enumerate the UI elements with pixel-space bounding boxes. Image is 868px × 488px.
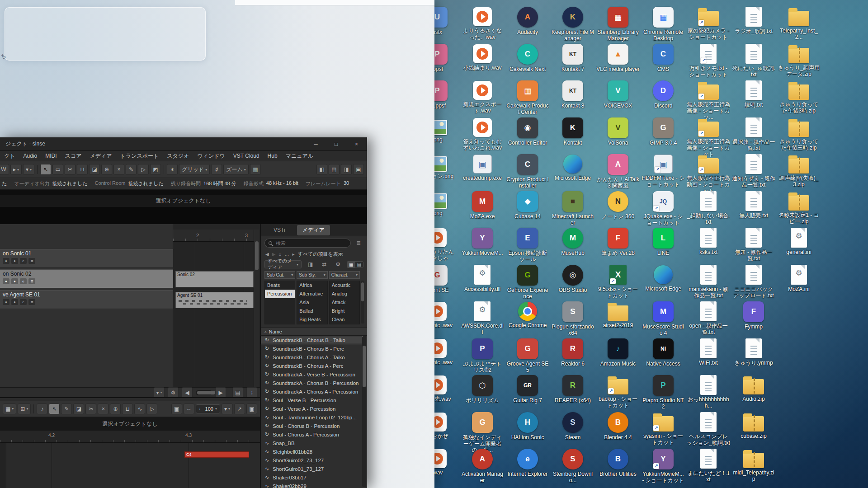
desktop-icon[interactable]: 新規エクスポート.wav bbox=[461, 80, 504, 114]
range-select-tool[interactable]: ▭ bbox=[52, 164, 63, 175]
desktop-icon[interactable]: まにたいたど！.txt bbox=[687, 448, 730, 483]
desktop-icon[interactable]: ◆Cubase 14 bbox=[506, 191, 549, 220]
filter-item[interactable]: Percussion bbox=[265, 290, 295, 298]
media-result-row[interactable]: ∿ShortGuiro01_73_127 bbox=[261, 465, 363, 473]
glue-tool[interactable]: ⊔ bbox=[122, 404, 133, 414]
menu-item[interactable]: Audio bbox=[19, 153, 42, 159]
mute-button[interactable]: ● bbox=[3, 278, 9, 284]
menu-item[interactable]: マニュアル bbox=[282, 152, 317, 160]
color-tool[interactable]: ◩ bbox=[150, 164, 161, 175]
history-dropdown[interactable]: ▾▾ bbox=[23, 164, 34, 175]
media-result-row[interactable]: ∿ShortGuiro02_73_127 bbox=[261, 456, 363, 465]
show-curves-button[interactable]: ⌢ bbox=[184, 404, 194, 414]
desktop-icon[interactable]: SPlogue sforzando x64 bbox=[551, 301, 594, 336]
desktop-icon[interactable]: WIFI.txt bbox=[687, 338, 730, 366]
draw-tool[interactable]: ✎ bbox=[61, 404, 72, 414]
scrollbar-thumb[interactable] bbox=[255, 241, 259, 270]
path-ellipsis[interactable]: … bbox=[284, 252, 289, 257]
desktop-icon[interactable]: ヘルスコンプレッション_歌詞.txt bbox=[687, 412, 730, 446]
desktop-icon[interactable]: manisekarin - 親作品一覧.txt bbox=[687, 264, 730, 299]
desktop-icon[interactable]: Telepathy_Inst_2... bbox=[777, 6, 821, 40]
attribute-dropdown[interactable]: Charact.▾ bbox=[329, 271, 360, 279]
desktop-icon[interactable]: LLINE bbox=[642, 227, 685, 256]
filter-item[interactable]: Acoustic bbox=[330, 281, 359, 290]
desktop-icon[interactable]: よりうるさくなった。wav bbox=[461, 6, 504, 40]
desktop-icon[interactable]: CCakewalk Next bbox=[506, 43, 549, 72]
desktop-icon[interactable]: KTKontakt 8 bbox=[551, 80, 594, 109]
desktop-icon[interactable]: おっhhhhhhhhhhh... bbox=[687, 375, 730, 409]
desktop-icon[interactable]: cubase.zip bbox=[732, 412, 775, 439]
desktop-icon[interactable]: createdump.exe bbox=[461, 154, 504, 181]
setup-toolbar-button[interactable]: ▣ bbox=[353, 164, 364, 175]
desktop-icon[interactable]: DDiscord bbox=[642, 80, 685, 109]
minimize-button[interactable]: ─ bbox=[306, 137, 326, 151]
desktop-icon[interactable]: ksks.txt bbox=[687, 227, 730, 255]
edit-channel-button[interactable]: e bbox=[20, 278, 27, 284]
play-tool[interactable]: ▷ bbox=[146, 404, 157, 414]
media-result-row[interactable]: ↻Soul - Verse A - Percussion bbox=[261, 404, 363, 413]
quantize-icon[interactable]: ♯ bbox=[211, 164, 222, 175]
meter-icon[interactable]: ≣ bbox=[28, 278, 35, 284]
scrollbar-thumb[interactable] bbox=[361, 282, 364, 301]
desktop-icon[interactable]: GGIMP 3.0.4 bbox=[642, 117, 685, 146]
results-scrollbar[interactable] bbox=[362, 336, 366, 487]
menu-item[interactable]: メディア bbox=[85, 152, 116, 160]
media-result-row[interactable]: ↻Soul - Chorus B - Percussion bbox=[261, 422, 363, 430]
length-quantize-stepper[interactable]: ♩100▾ bbox=[196, 404, 220, 413]
desktop-icon[interactable]: ↗無人販売不正行為動画 - ショートカット bbox=[687, 154, 730, 194]
desktop-icon[interactable]: 無題 - 親作品一覧.txt bbox=[732, 227, 775, 262]
media-result-row[interactable]: ↻Soul - Chorus A - Percussion bbox=[261, 430, 363, 439]
home-button[interactable]: ⌂ bbox=[278, 252, 281, 257]
lower-zone-toggle[interactable]: ▤ bbox=[329, 164, 340, 175]
desktop-icon[interactable]: ▲VLC media player bbox=[596, 43, 640, 72]
meter-icon[interactable]: ≣ bbox=[28, 258, 35, 264]
meter-icon[interactable]: ≣ bbox=[28, 299, 35, 305]
results-view-toggle[interactable]: ▦▤ bbox=[347, 261, 363, 268]
mute-tool[interactable]: × bbox=[113, 164, 124, 175]
desktop-icon[interactable]: SSteinberg Downlo... bbox=[551, 448, 594, 483]
desktop-icon[interactable]: general.ini bbox=[777, 227, 821, 255]
zoom-preset-dropdown[interactable]: ズーム▾ bbox=[223, 164, 249, 175]
desktop-icon[interactable]: AAudacity bbox=[506, 6, 549, 35]
split-tool[interactable]: ✂ bbox=[65, 164, 75, 175]
desktop-icon[interactable]: F筆まめ Ver.28 bbox=[596, 227, 640, 256]
desktop-icon[interactable]: open - 親作品一覧.txt bbox=[687, 301, 730, 335]
media-result-row[interactable]: ↻SoundtrackB - Chorus B - Taiko bbox=[261, 336, 363, 344]
desktop-icon[interactable]: airset2-2019 bbox=[596, 301, 640, 328]
desktop-icon[interactable]: MMuseHub bbox=[551, 227, 594, 256]
track-scale-dropdown[interactable]: ▾▾ bbox=[154, 387, 165, 398]
mute-button[interactable]: ● bbox=[3, 299, 9, 305]
cubase-titlebar[interactable]: ジェクト - sinse ─□× bbox=[0, 137, 367, 151]
event-display[interactable]: Sonic 02Agent SE 01 bbox=[173, 242, 254, 387]
filter-item[interactable]: Clean bbox=[330, 315, 359, 324]
line-tool[interactable]: ∿ bbox=[134, 404, 145, 414]
desktop-icon[interactable]: 選択肢 - 親作品一覧.txt bbox=[732, 117, 775, 151]
desktop-icon[interactable]: KTKontakt 7 bbox=[551, 43, 594, 72]
desktop-icon[interactable]: きゅうり_調声用データ.zip bbox=[777, 43, 821, 77]
filter-scrollbar[interactable] bbox=[361, 281, 364, 324]
menu-item[interactable]: MIDI bbox=[41, 153, 61, 159]
desktop-icon[interactable]: MoZA.ini bbox=[777, 264, 821, 292]
desktop-icon[interactable]: 無人販売.txt bbox=[732, 191, 775, 219]
desktop-icon[interactable]: CCrypton Product Installer bbox=[506, 154, 549, 189]
media-result-row[interactable]: ∿Sleighbell01bb28 bbox=[261, 447, 363, 456]
object-select-tool[interactable]: ↖ bbox=[40, 164, 51, 175]
editor-view-dropdown[interactable]: ⊞▾ bbox=[18, 404, 31, 414]
desktop-icon[interactable]: Y↗YukkuriMovieM... - ショートカット bbox=[642, 448, 685, 483]
media-result-row[interactable]: ↻SoundtrackB - Chorus A - Taiko bbox=[261, 353, 363, 361]
menu-item[interactable]: クト bbox=[0, 152, 19, 160]
desktop-icon[interactable]: RREAPER (x64) bbox=[551, 375, 594, 404]
vertical-scrollbar[interactable] bbox=[254, 230, 259, 387]
vertical-zoom-button[interactable]: ↕ bbox=[246, 387, 257, 398]
desktop-icon[interactable]: ↗無人販売不正行為画像 - ショートカッ... bbox=[687, 80, 730, 120]
activate-project-dropdown[interactable]: ▸▾ bbox=[10, 164, 22, 175]
erase-tool[interactable]: ◪ bbox=[73, 404, 84, 414]
desktop-icon[interactable]: Microsoft Edge bbox=[551, 154, 594, 181]
edit-channel-button[interactable]: e bbox=[20, 299, 27, 305]
menu-item[interactable]: スタジオ bbox=[163, 152, 193, 160]
desktop-icon[interactable]: SSteam bbox=[551, 412, 594, 441]
desktop-icon[interactable]: Aかんたん！AITalk 3 関西風 bbox=[596, 154, 640, 189]
desktop-icon[interactable]: eInternet Explorer bbox=[506, 448, 549, 477]
desktop-icon[interactable]: NINative Access bbox=[642, 338, 685, 367]
desktop-icon[interactable]: PPiapro Studio NT2 bbox=[642, 375, 685, 410]
